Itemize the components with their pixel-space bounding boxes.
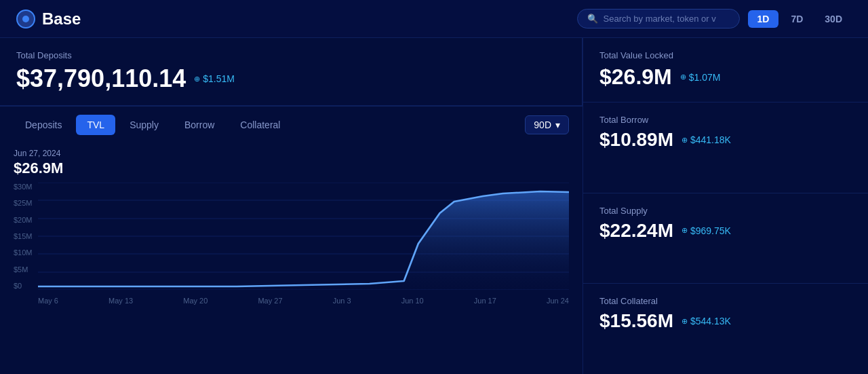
y-label-0: $0 [14,282,38,290]
y-label-5m: $5M [14,265,38,274]
x-label-jun24: Jun 24 [547,297,569,305]
tab-collateral[interactable]: Collateral [229,115,292,135]
chart-tab-bar: Deposits TVL Supply Borrow Collateral 90… [0,106,583,143]
tvl-label: Total Value Locked [599,50,852,60]
total-deposits-change: ⊕ $1.51M [194,73,235,84]
total-collateral-card: Total Collateral $15.56M ⊕ $544.13K [583,284,868,374]
y-label-10m: $10M [14,248,38,257]
time-filter: 1D 7D 30D [748,10,852,28]
tvl-value: $26.9M [599,64,672,90]
x-label-jun10: Jun 10 [401,297,424,305]
tvl-value-row: $26.9M ⊕ $1.07M [599,64,852,90]
tvl-change: ⊕ $1.07M [680,72,721,83]
total-borrow-value-row: $10.89M ⊕ $441.18K [599,129,852,151]
x-label-jun3: Jun 3 [333,297,351,305]
total-borrow-card: Total Borrow $10.89M ⊕ $441.18K [583,102,868,193]
total-collateral-change: ⊕ $544.13K [682,316,731,326]
period-label: 90D [534,119,551,130]
header: Base 🔍 Search by market, token or v 1D 7… [0,0,868,38]
total-deposits-row: $37,790,110.14 ⊕ $1.51M [16,64,566,93]
up-icon-tvl: ⊕ [680,73,686,81]
up-icon-borrow: ⊕ [682,136,688,145]
up-icon-collateral: ⊕ [682,317,688,326]
chart-svg [38,183,569,290]
total-deposits-card: Total Deposits $37,790,110.14 ⊕ $1.51M [0,38,583,105]
tvl-card: Total Value Locked $26.9M ⊕ $1.07M [583,38,868,102]
logo-icon [16,10,35,29]
top-stat-row: Total Deposits $37,790,110.14 ⊕ $1.51M [0,38,583,106]
total-supply-value: $22.24M [599,220,673,242]
total-supply-card: Total Supply $22.24M ⊕ $969.75K [583,193,868,284]
total-supply-value-row: $22.24M ⊕ $969.75K [599,220,852,242]
y-label-15m: $15M [14,232,38,240]
total-supply-label: Total Supply [599,206,852,216]
search-icon: 🔍 [587,14,598,24]
header-controls: 🔍 Search by market, token or v 1D 7D 30D [577,9,852,29]
tab-borrow[interactable]: Borrow [173,115,226,135]
chart-current-value: $26.9M [14,160,569,177]
logo-text: Base [42,10,81,29]
main-content: Total Deposits $37,790,110.14 ⊕ $1.51M D… [0,38,868,374]
time-button-30d[interactable]: 30D [815,10,852,28]
x-label-may27: May 27 [258,297,282,305]
tab-deposits[interactable]: Deposits [14,115,73,135]
chevron-down-icon: ▾ [555,119,560,130]
total-collateral-label: Total Collateral [599,296,852,306]
right-panel: Total Value Locked $26.9M ⊕ $1.07M Total… [583,38,868,374]
y-label-25m: $25M [14,199,38,207]
chart-date: Jun 27, 2024 [14,149,569,158]
total-borrow-value: $10.89M [599,129,673,151]
search-bar[interactable]: 🔍 Search by market, token or v [577,9,740,29]
total-deposits-label: Total Deposits [16,50,566,60]
up-icon-supply: ⊕ [682,226,688,235]
time-button-1d[interactable]: 1D [748,10,779,28]
y-label-20m: $20M [14,216,38,224]
y-label-30m: $30M [14,183,38,191]
tab-supply[interactable]: Supply [118,115,170,135]
search-placeholder: Search by market, token or v [604,14,716,24]
chart-tabs: Deposits TVL Supply Borrow Collateral [14,115,292,135]
time-button-7d[interactable]: 7D [781,10,812,28]
total-borrow-label: Total Borrow [599,115,852,125]
x-label-jun17: Jun 17 [474,297,496,305]
left-panel: Total Deposits $37,790,110.14 ⊕ $1.51M D… [0,38,583,374]
total-borrow-change: ⊕ $441.18K [682,134,731,145]
x-label-may20: May 20 [183,297,208,305]
chart-area: Jun 27, 2024 $26.9M $30M $25M $20M $15M … [0,143,583,374]
total-deposits-value: $37,790,110.14 [16,64,186,93]
up-icon: ⊕ [194,75,200,83]
total-collateral-value-row: $15.56M ⊕ $544.13K [599,310,852,332]
tab-tvl[interactable]: TVL [76,115,115,135]
x-label-may6: May 6 [38,297,58,305]
x-label-may13: May 13 [108,297,133,305]
total-collateral-value: $15.56M [599,310,673,332]
period-select[interactable]: 90D ▾ [525,115,569,134]
total-supply-change: ⊕ $969.75K [682,225,731,236]
logo-area: Base [16,10,81,29]
